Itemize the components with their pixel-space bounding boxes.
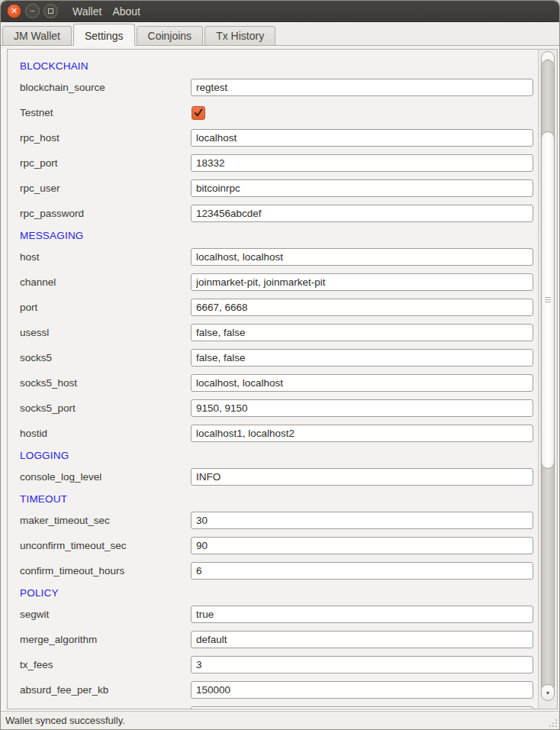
close-icon[interactable]: ✕	[7, 4, 21, 18]
titlebar: ✕ − Wallet About	[1, 1, 559, 22]
settings-row: Testnet	[8, 100, 538, 125]
scrollbar-thumb[interactable]	[541, 131, 555, 469]
status-message: Wallet synced successfully.	[5, 715, 125, 726]
settings-row: host	[8, 244, 538, 270]
field-label-absurd-fee-per-kb: absurd_fee_per_kb	[20, 684, 108, 696]
field-label-socks5-port: socks5_port	[20, 402, 76, 414]
field-input-port[interactable]	[191, 299, 533, 316]
settings-row: usessl	[8, 320, 538, 345]
field-input-partial[interactable]	[191, 706, 533, 709]
menu-about[interactable]: About	[112, 5, 140, 18]
menu-wallet[interactable]: Wallet	[72, 5, 101, 18]
maximize-icon[interactable]	[43, 4, 58, 18]
settings-row: tx_fees	[8, 652, 538, 677]
field-input-usessl[interactable]	[191, 324, 533, 341]
settings-row: console_log_level	[8, 464, 538, 489]
scrollbar-grip	[545, 297, 551, 304]
resize-grip-icon[interactable]	[548, 718, 557, 727]
field-input-rpc-port[interactable]	[191, 154, 533, 172]
field-input-absurd-fee-per-kb[interactable]	[191, 681, 533, 699]
settings-row: unconfirm_timeout_sec	[8, 533, 538, 558]
settings-row: confirm_timeout_hours	[8, 558, 538, 583]
wallet-window: ✕ − Wallet About JM Wallet Settings Coin…	[0, 0, 560, 730]
checkbox-testnet[interactable]	[191, 106, 205, 120]
field-label-host: host	[20, 251, 40, 263]
field-input-unconfirm-timeout-sec[interactable]	[191, 537, 533, 554]
field-label-segwit: segwit	[20, 609, 49, 620]
settings-scroll-area: BLOCKCHAINblockchain_sourceTestnetrpc_ho…	[7, 49, 558, 709]
settings-row: rpc_user	[8, 176, 538, 201]
field-label-merge-algorithm: merge_algorithm	[20, 634, 97, 645]
settings-row: rpc_password	[8, 201, 538, 226]
field-label-blockchain-source: blockchain_source	[20, 82, 105, 93]
field-input-socks5-host[interactable]	[191, 374, 533, 392]
minimize-icon[interactable]: −	[25, 4, 40, 18]
field-input-socks5[interactable]	[191, 349, 533, 367]
field-label-testnet: Testnet	[20, 107, 53, 118]
field-input-maker-timeout-sec[interactable]	[191, 512, 533, 529]
field-label-console-log-level: console_log_level	[20, 471, 101, 483]
tab-settings[interactable]: Settings	[73, 24, 135, 46]
section-title-timeout: TIMEOUT	[8, 489, 538, 508]
settings-form: BLOCKCHAINblockchain_sourceTestnetrpc_ho…	[8, 50, 538, 709]
field-label-socks5-host: socks5_host	[20, 377, 77, 389]
settings-row: socks5_host	[8, 370, 538, 396]
settings-row: channel	[8, 270, 538, 295]
settings-row: merge_algorithm	[8, 627, 538, 652]
checkmark-icon	[193, 108, 204, 118]
section-title-blockchain: BLOCKCHAIN	[8, 57, 538, 75]
settings-pane: BLOCKCHAINblockchain_sourceTestnetrpc_ho…	[1, 45, 559, 711]
field-label-socks5: socks5	[20, 352, 52, 363]
settings-row: hostid	[8, 421, 538, 446]
field-label-channel: channel	[20, 276, 56, 288]
settings-row: maker_timeout_sec	[8, 508, 538, 533]
field-input-hostid[interactable]	[191, 425, 533, 442]
section-title-messaging: MESSAGING	[8, 226, 538, 244]
settings-row: segwit	[8, 602, 538, 627]
vertical-scrollbar[interactable]: ▲ ▼	[538, 50, 557, 709]
settings-row: blockchain_source	[8, 75, 538, 100]
settings-row: absurd_fee_per_kb	[8, 677, 538, 703]
tab-jm-wallet[interactable]: JM Wallet	[2, 26, 72, 45]
field-input-confirm-timeout-hours[interactable]	[191, 562, 533, 580]
field-label-unconfirm-timeout-sec: unconfirm_timeout_sec	[20, 540, 127, 551]
field-input-host[interactable]	[191, 248, 533, 266]
field-input-tx-fees[interactable]	[191, 656, 533, 673]
field-input-channel[interactable]	[191, 273, 533, 291]
tab-bar: JM Wallet Settings Coinjoins Tx History	[1, 22, 559, 45]
settings-row: rpc_port	[8, 150, 538, 176]
settings-row: socks5	[8, 345, 538, 370]
field-input-merge-algorithm[interactable]	[191, 631, 533, 648]
settings-row-partial	[8, 703, 538, 709]
field-label-rpc-password: rpc_password	[20, 208, 84, 219]
tab-tx-history[interactable]: Tx History	[204, 26, 275, 45]
field-label-rpc-host: rpc_host	[20, 132, 60, 144]
section-title-policy: POLICY	[8, 583, 538, 602]
settings-row: rpc_host	[8, 125, 538, 150]
field-label-confirm-timeout-hours: confirm_timeout_hours	[20, 565, 124, 577]
settings-row: port	[8, 295, 538, 320]
tab-coinjoins[interactable]: Coinjoins	[137, 26, 204, 45]
field-input-socks5-port[interactable]	[191, 399, 533, 417]
field-input-rpc-host[interactable]	[191, 129, 533, 147]
field-label-hostid: hostid	[20, 428, 47, 439]
field-input-rpc-user[interactable]	[191, 179, 533, 197]
field-label-port: port	[20, 302, 37, 313]
settings-row: socks5_port	[8, 396, 538, 421]
field-label-rpc-port: rpc_port	[20, 157, 58, 169]
field-input-blockchain-source[interactable]	[191, 79, 533, 96]
field-input-segwit[interactable]	[191, 606, 533, 623]
field-input-console-log-level[interactable]	[191, 468, 533, 486]
status-bar: Wallet synced successfully.	[1, 711, 559, 729]
field-label-maker-timeout-sec: maker_timeout_sec	[20, 515, 110, 526]
field-label-tx-fees: tx_fees	[20, 659, 53, 670]
field-label-rpc-user: rpc_user	[20, 182, 60, 194]
section-title-logging: LOGGING	[8, 446, 538, 464]
field-label-usessl: usessl	[20, 327, 49, 338]
scroll-down-icon[interactable]: ▼	[541, 684, 555, 701]
field-input-rpc-password[interactable]	[191, 205, 533, 222]
